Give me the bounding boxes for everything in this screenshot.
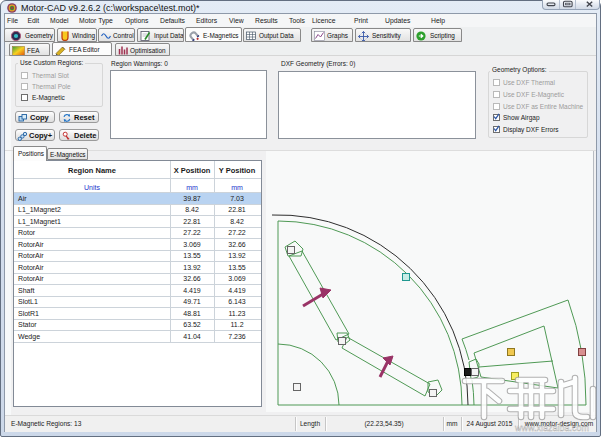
svg-text:www.xiazaiba.com: www.xiazaiba.com [514, 423, 589, 433]
